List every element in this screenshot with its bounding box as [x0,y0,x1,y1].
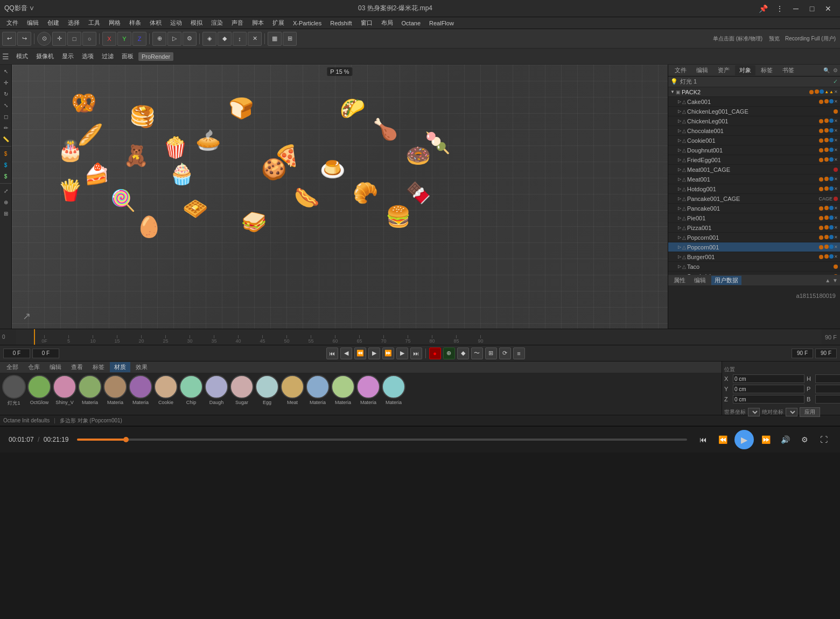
mat-tab-tag[interactable]: 标签 [88,362,109,372]
tree-expand-icon[interactable]: ▷ [678,196,681,201]
coord-h-input[interactable] [815,374,840,383]
tb2-camera[interactable]: 摄像机 [33,51,57,61]
play-btn[interactable]: ▷ [167,32,181,46]
rp-search-icon[interactable]: 🔍 [823,67,830,73]
tree-row-18[interactable]: ▷△Taco [668,262,840,272]
mc-forward-btn[interactable]: ⏩ [758,432,773,447]
tree-row-11[interactable]: ▷△Pancake001_CAGECAGE [668,194,840,204]
tree-expand-icon[interactable]: ▷ [678,264,681,269]
menu-item-模拟[interactable]: 模拟 [186,18,207,28]
tree-row-9[interactable]: ▷△Meat001✕ [668,175,840,184]
menu-item-布局[interactable]: 布局 [377,18,397,28]
y-axis-btn[interactable]: Y [117,32,131,46]
rp-tab-tag[interactable]: 标签 [757,65,777,75]
rp-tab-object[interactable]: 对象 [735,65,755,75]
settings-btn[interactable]: ⚙ [183,32,197,46]
rb-tab-userdata[interactable]: 用户数据 [711,276,741,285]
tb2-display[interactable]: 显示 [59,51,77,61]
tree-expand-icon[interactable]: ▷ [678,225,681,230]
rb-tab-attr[interactable]: 属性 [670,276,689,285]
menu-item-样条[interactable]: 样条 [125,18,145,28]
mat-item-10[interactable]: Egg [255,375,279,407]
mat-item-6[interactable]: Cookie [154,375,178,407]
scale-btn[interactable]: □ [67,32,81,46]
tb2-panel[interactable]: 面板 [118,51,137,61]
tree-row-16[interactable]: ▷△Popcorn001✕ [668,242,840,252]
move-btn[interactable]: ✛ [52,32,66,46]
lt-scale[interactable]: ⤡ [1,100,11,110]
tb2-filter[interactable]: 过滤 [99,51,117,61]
minimize-btn[interactable]: ─ [788,3,803,15]
menu-item-编辑[interactable]: 编辑 [23,18,43,28]
undo-btn[interactable]: ↩ [2,32,16,46]
timeline-ruler[interactable]: 0F51015202530354045505560657075808590 [16,329,822,345]
lt-select[interactable]: ↖ [1,66,11,76]
mc-volume-btn[interactable]: 🔊 [778,432,793,447]
mc-back-btn[interactable]: ⏪ [715,432,730,447]
mat-tab-edit[interactable]: 编辑 [45,362,66,372]
tree-row-14[interactable]: ▷△Pizza001✕ [668,223,840,233]
coord-x-input[interactable] [733,374,804,383]
dope-btn[interactable]: ≡ [513,347,525,359]
skip-end-btn[interactable]: ⏭ [410,347,422,359]
mat-tab-all[interactable]: 全部 [2,362,23,372]
app-name[interactable]: QQ影音 ∨ [4,4,34,13]
menu-item-网格[interactable]: 网格 [104,18,125,28]
lt-clone[interactable]: ⊞ [1,208,11,219]
rp-tab-file[interactable]: 文件 [670,65,691,75]
mat-item-9[interactable]: Sugar [230,375,254,407]
tree-expand-icon[interactable]: ▷ [678,177,681,182]
lt-measure[interactable]: 📏 [1,134,11,144]
motion-path-btn[interactable]: 〜 [471,347,483,359]
rb-down-icon[interactable]: ▼ [832,277,838,283]
tree-expand-icon[interactable]: ▷ [678,245,681,249]
x-axis-btn[interactable]: X [102,32,116,46]
world-coord-select[interactable] [748,408,760,416]
tree-row-17[interactable]: ▷△Burger001✕ [668,252,840,262]
more-btn[interactable]: ⋮ [772,3,787,15]
lt-rotate[interactable]: ↻ [1,88,11,99]
snap-btn[interactable]: ⊞ [283,32,297,46]
mat-item-13[interactable]: Materia [331,375,355,407]
tree-row-13[interactable]: ▷△Pie001✕ [668,213,840,223]
lt-dollar1[interactable]: $ [1,148,11,159]
mat-item-14[interactable]: Materia [356,375,380,407]
tb2-options[interactable]: 选项 [79,51,97,61]
mat-tab-store[interactable]: 仓库 [24,362,44,372]
end-frame2-input[interactable] [815,349,837,358]
menu-item-Redshift[interactable]: Redshift [326,19,356,27]
z-axis-btn[interactable]: Z [132,32,146,46]
tree-row-15[interactable]: ▷△Popcorn001✕ [668,233,840,242]
redo-btn[interactable]: ↪ [17,32,31,46]
play-btn[interactable]: ▶ [368,347,380,359]
coord-z-input[interactable] [733,395,804,404]
tree-row-4[interactable]: ▷△Chocolate001✕ [668,126,840,136]
tree-expand-icon[interactable]: ▷ [678,99,681,104]
prev-key-btn[interactable]: ⏪ [354,347,366,359]
pin-btn[interactable]: 📌 [756,3,771,15]
prev-frame-btn[interactable]: ◀ [340,347,352,359]
mat-item-2[interactable]: Shiny_V [53,375,76,407]
menu-item-X-Particles[interactable]: X-Particles [289,19,326,27]
lt-magnet[interactable]: ⊕ [1,197,11,207]
tree-expand-icon[interactable]: ▷ [678,119,681,123]
lasso-btn[interactable]: ◆ [218,32,232,46]
record-btn[interactable]: ● [429,347,441,359]
obj-mode-btn[interactable]: ⊕ [152,32,166,46]
end-frame-input[interactable] [792,349,813,358]
grid-btn[interactable]: ▦ [268,32,282,46]
tree-expand-icon[interactable]: ▷ [678,167,681,172]
mat-item-12[interactable]: Materia [306,375,330,407]
menu-item-窗口[interactable]: 窗口 [356,18,377,28]
menu-item-工具[interactable]: 工具 [84,18,104,28]
abs-coord-select[interactable] [786,408,797,416]
menu-item-文件[interactable]: 文件 [2,18,23,28]
menu-item-体积[interactable]: 体积 [145,18,166,28]
tree-expand-icon[interactable]: ▷ [678,235,681,240]
menu-item-RealFlow[interactable]: RealFlow [425,19,458,27]
tree-expand-icon[interactable]: ▷ [678,128,681,133]
lt-deform[interactable]: ⤢ [1,185,11,196]
lt-dollar2[interactable]: $ [1,159,11,170]
apply-btn[interactable]: 应用 [800,407,820,417]
mat-item-11[interactable]: Meat [281,375,304,407]
